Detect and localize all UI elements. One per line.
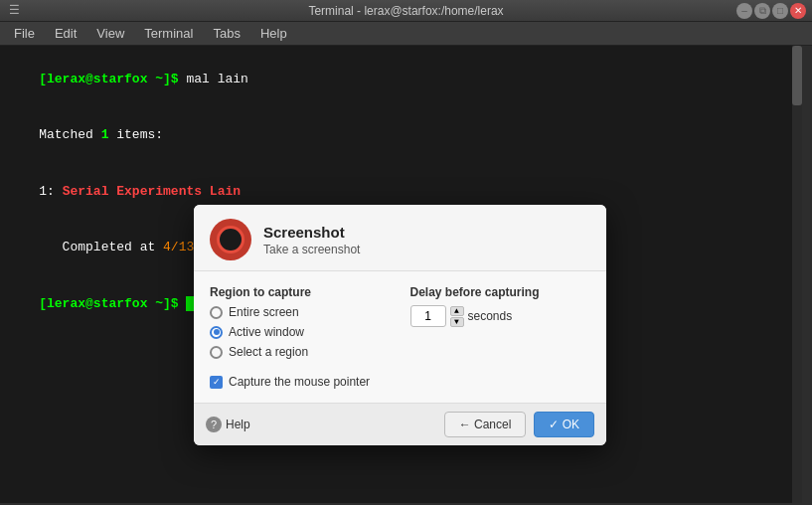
delay-row: ▲ ▼ seconds — [410, 305, 591, 327]
terminal-area[interactable]: [lerax@starfox ~]$ mal lain Matched 1 it… — [0, 46, 802, 503]
restore-button[interactable]: ⧉ — [754, 3, 770, 19]
delay-spinner: ▲ ▼ — [450, 306, 464, 327]
screenshot-icon-inner — [217, 226, 244, 253]
maximize-button[interactable]: □ — [772, 3, 788, 19]
delay-input[interactable] — [410, 305, 446, 327]
radio-active-btn[interactable] — [210, 326, 223, 339]
region-col: Region to capture Entire screen Active w… — [210, 285, 391, 365]
radio-active-window[interactable]: Active window — [210, 325, 391, 339]
scrollbar-thumb[interactable] — [792, 46, 802, 105]
capture-pointer-option[interactable]: Capture the mouse pointer — [210, 375, 590, 389]
dialog-title: Screenshot — [263, 224, 360, 241]
menu-help[interactable]: Help — [250, 24, 297, 43]
delay-spin-up[interactable]: ▲ — [450, 306, 464, 316]
help-icon[interactable]: ? — [206, 417, 222, 432]
cancel-button[interactable]: ← Cancel — [444, 412, 527, 437]
minimize-button[interactable]: – — [736, 3, 752, 19]
radio-entire-label: Entire screen — [229, 305, 299, 319]
screenshot-dialog: Screenshot Take a screenshot Region to c… — [194, 205, 606, 445]
region-label: Region to capture — [210, 285, 391, 299]
title-bar-controls: – ⧉ □ ✕ — [736, 3, 806, 19]
menu-tabs[interactable]: Tabs — [203, 24, 249, 43]
terminal-line-command: [lerax@starfox ~]$ mal lain — [8, 52, 794, 108]
dialog-options-row: Region to capture Entire screen Active w… — [210, 285, 590, 365]
delay-unit: seconds — [468, 309, 513, 323]
radio-entire-btn[interactable] — [210, 306, 223, 319]
radio-active-label: Active window — [229, 325, 304, 339]
capture-pointer-checkbox[interactable] — [210, 376, 223, 389]
dialog-subtitle: Take a screenshot — [263, 243, 360, 256]
dialog-body: Region to capture Entire screen Active w… — [194, 271, 606, 403]
delay-label: Delay before capturing — [410, 285, 591, 299]
delay-col: Delay before capturing ▲ ▼ seconds — [410, 285, 591, 327]
dialog-header: Screenshot Take a screenshot — [194, 205, 606, 271]
delay-spin-down[interactable]: ▼ — [450, 317, 464, 327]
radio-entire-screen[interactable]: Entire screen — [210, 305, 391, 319]
scrollbar[interactable] — [792, 46, 802, 503]
dialog-footer: ? Help ← Cancel ✓ OK — [194, 403, 606, 445]
dialog-title-block: Screenshot Take a screenshot — [263, 224, 360, 256]
screenshot-icon — [210, 219, 251, 260]
menu-icon[interactable]: ☰ — [6, 3, 22, 19]
radio-region-btn[interactable] — [210, 346, 223, 359]
close-button[interactable]: ✕ — [790, 3, 806, 19]
menu-view[interactable]: View — [86, 24, 134, 43]
menu-bar: File Edit View Terminal Tabs Help — [0, 22, 812, 46]
menu-terminal[interactable]: Terminal — [134, 24, 203, 43]
title-bar: ☰ Terminal - lerax@starfox:/home/lerax –… — [0, 0, 812, 22]
footer-right: ← Cancel ✓ OK — [444, 412, 594, 437]
title-bar-left: ☰ — [6, 3, 22, 19]
capture-pointer-label: Capture the mouse pointer — [229, 375, 370, 389]
radio-region-label: Select a region — [229, 345, 308, 359]
menu-file[interactable]: File — [4, 24, 45, 43]
window-title: Terminal - lerax@starfox:/home/lerax — [308, 4, 503, 18]
help-label[interactable]: Help — [226, 418, 250, 431]
ok-button[interactable]: ✓ OK — [534, 412, 594, 437]
footer-left: ? Help — [206, 417, 250, 432]
radio-select-region[interactable]: Select a region — [210, 345, 391, 359]
terminal-line-matched: Matched 1 items: — [8, 108, 794, 165]
menu-edit[interactable]: Edit — [45, 24, 86, 43]
